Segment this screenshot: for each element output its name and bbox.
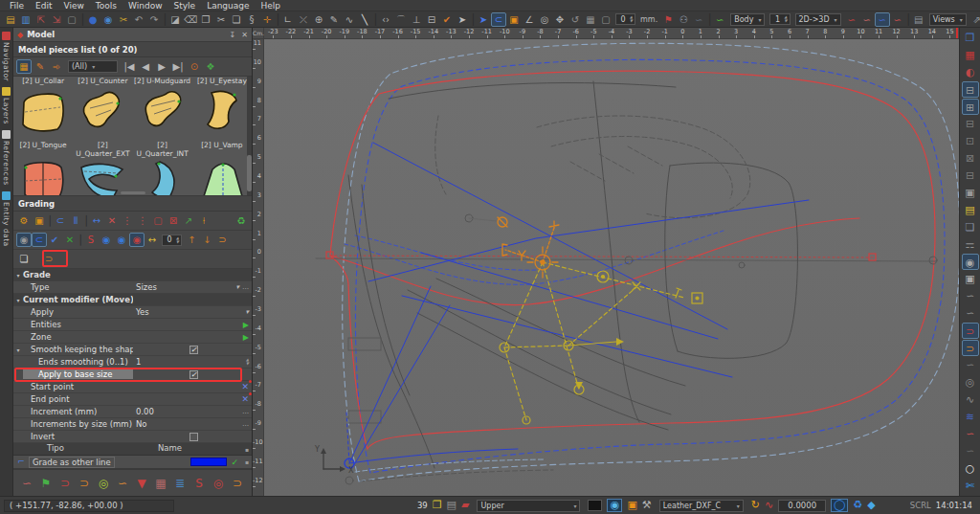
collapse-icon[interactable]: ▾ [13, 297, 23, 303]
grade-line-icon[interactable]: ⊃ [230, 477, 245, 491]
views-select[interactable]: Views▾ [929, 13, 967, 26]
column-name[interactable]: Name [98, 443, 242, 455]
property-row-end-point[interactable]: End point ✕ [13, 393, 252, 406]
grade-points-icon[interactable]: ⋮ [120, 213, 135, 228]
grade-s-icon[interactable]: S [83, 233, 99, 247]
collapse-icon[interactable]: ▾ [13, 272, 23, 279]
export-piece-icon[interactable]: ❖ [203, 59, 218, 74]
property-row-increments-by-size[interactable]: Increments by size (mm) No … [13, 418, 252, 431]
body-select[interactable]: Body▾ [730, 13, 765, 26]
first-piece-icon[interactable]: |◀ [122, 59, 137, 74]
grade-eye-red-icon[interactable]: ◉ [129, 233, 145, 247]
grade-face-icon[interactable]: ◉ [99, 233, 114, 247]
pick-point-icon[interactable]: ✕ [241, 382, 249, 391]
close-icon[interactable]: ✕ [241, 31, 248, 39]
grade-deselect-icon[interactable]: ⊠ [166, 213, 181, 228]
grade-bars-icon[interactable]: ⫴ [68, 213, 83, 228]
save-icon[interactable]: ▥ [18, 12, 33, 27]
cursor-blue-icon[interactable]: ➤ [476, 12, 491, 27]
recycle-icon[interactable]: ♻ [853, 499, 862, 512]
menu-edit[interactable]: Edit [30, 1, 57, 11]
close-file-icon[interactable]: ▢ [64, 12, 79, 27]
flag-icon[interactable]: ⚑ [660, 12, 676, 27]
spinner-arrows-icon[interactable]: ▲▼ [630, 15, 633, 23]
curve-gray-icon[interactable]: ∿ [962, 391, 979, 408]
piece-thumbnail[interactable] [133, 87, 192, 141]
spinner-arrows-icon[interactable]: ▲▼ [246, 358, 249, 366]
property-group-current-modifier[interactable]: ▾ Current modifier (Move) [13, 294, 252, 306]
drawing-canvas-area[interactable]: Cm. -23-22-21-20-19-18-17-16-15-14-13-12… [253, 28, 959, 496]
cut-icon[interactable]: ✂ [213, 12, 229, 27]
chart-icon[interactable]: ∿ [765, 499, 773, 512]
zoom-icon[interactable]: ◉ [100, 12, 116, 27]
shoe-red-icon[interactable]: ∽ [19, 477, 34, 491]
flask-icon[interactable]: ▼ [134, 477, 149, 491]
pieces-list[interactable]: [2] U_Collar[2] U_Counter[2] U-Mudguard[… [13, 77, 252, 196]
property-value[interactable]: No [136, 419, 147, 429]
chevron-down-icon[interactable]: ▾ [245, 308, 249, 316]
sole-icon[interactable]: ∽ [962, 357, 979, 373]
grade-line-type[interactable]: Grade as other line [29, 457, 115, 468]
line-color-swatch[interactable] [190, 458, 227, 466]
column-tipo[interactable]: Tipo [13, 443, 98, 455]
property-row-ends-smoothing[interactable]: Ends smoothing (0..1) 1 ▲▼ [13, 356, 252, 369]
heel-orange-icon[interactable]: ⊃ [77, 477, 92, 491]
tab-navigator[interactable]: Navigator [2, 32, 11, 81]
curve-select-icon[interactable]: ⊂ [491, 12, 506, 27]
angle-value[interactable]: 0.0000 [778, 500, 826, 512]
add-point-icon[interactable]: ✛ [259, 12, 275, 27]
pieces-scrollbar[interactable] [247, 77, 252, 195]
layers-icon[interactable]: ≣ [172, 477, 188, 491]
heel-red-icon[interactable]: ⊃ [57, 477, 73, 491]
line-icon[interactable]: ╲ [357, 12, 372, 27]
send-model-icon[interactable]: ⇗ [969, 12, 980, 27]
grade-up-icon[interactable]: ↑ [184, 233, 199, 247]
scissors-icon[interactable]: ✄ [962, 478, 979, 494]
pages-icon[interactable]: ❐ [962, 30, 979, 46]
menu-tools[interactable]: Tools [90, 1, 122, 11]
sync-icon[interactable]: ↻ [751, 499, 760, 512]
marker-icon[interactable]: ▰ [461, 499, 469, 512]
pin-icon[interactable]: ↧ [230, 31, 236, 39]
property-value[interactable]: Sizes [136, 282, 157, 292]
piece-thumbnail[interactable] [133, 160, 192, 194]
panel-title-bar[interactable]: ◆ Model ↧ ✕ [13, 28, 252, 42]
group-icon[interactable]: ⚎ [962, 236, 979, 253]
angle-icon[interactable]: ∠ [522, 12, 537, 27]
import-icon[interactable]: ⇱ [33, 12, 49, 27]
grade-down-icon[interactable]: ↓ [199, 233, 214, 247]
card-icon[interactable]: ⊟ [962, 81, 979, 98]
paste-icon[interactable]: ❏ [229, 12, 244, 27]
ring-yellow-icon[interactable]: ◎ [96, 477, 111, 491]
grade-check-icon[interactable]: ✔ [47, 233, 62, 247]
intersect-icon[interactable]: ⤫ [296, 12, 311, 27]
grid-red-icon[interactable]: ▦ [962, 47, 979, 63]
grade-eye-icon[interactable]: ◉ [16, 233, 32, 247]
offset-spinner[interactable]: 0▲▼ [615, 13, 635, 25]
ortho-toggle[interactable]: ◯ [831, 499, 848, 512]
grade-face2-icon[interactable]: ◉ [114, 233, 129, 247]
pencil-icon[interactable]: ✎ [326, 12, 342, 27]
property-row-increment[interactable]: Increment (mm) 0.00 … [13, 406, 252, 418]
piece-thumbnail[interactable] [192, 87, 252, 141]
property-row-apply-to-base-size[interactable]: Apply to base size ✓ [13, 369, 252, 381]
card-icon[interactable]: ⊟ [962, 168, 979, 184]
card-icon[interactable]: ⊟ [962, 116, 979, 132]
cursor-icon[interactable]: ➤ [455, 12, 470, 27]
edit-piece-icon[interactable]: ✎ [33, 59, 48, 74]
grade-x-icon[interactable]: ✕ [62, 233, 78, 247]
tools-icon[interactable]: ⚒ [642, 499, 652, 512]
grade-c-icon[interactable]: ⊂ [32, 233, 47, 247]
contrast-icon[interactable]: ◐ [962, 64, 979, 80]
property-row-start-point[interactable]: Start point ✕ [13, 381, 252, 393]
s-shape-icon[interactable]: S [191, 477, 207, 491]
menu-language[interactable]: Language [201, 1, 255, 11]
clean-icon[interactable]: ⌫ [183, 12, 198, 27]
card-icon[interactable]: ⊞ [962, 99, 979, 115]
pattern-drawing[interactable]: Y X [264, 39, 959, 496]
property-group-grade[interactable]: ▾ Grade [13, 269, 252, 281]
pieces-resize-handle[interactable] [121, 191, 145, 194]
grade-span-icon[interactable]: ↔ [89, 213, 104, 228]
spinner-arrows-icon[interactable]: ▲▼ [176, 236, 179, 244]
ring-red-icon[interactable]: ◎ [211, 477, 226, 491]
